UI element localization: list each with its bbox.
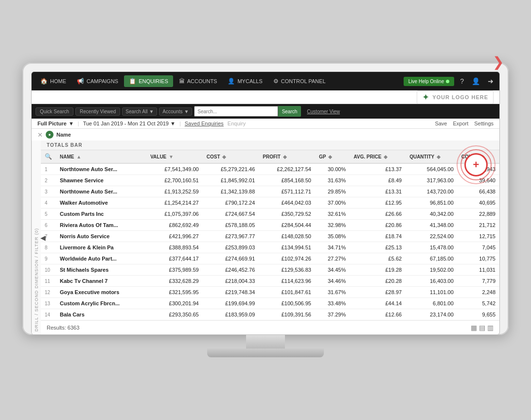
col-cost[interactable]: COST ◆ xyxy=(203,150,259,163)
quick-search-button[interactable]: Quick Search xyxy=(35,107,73,116)
col-name[interactable]: NAME ▲ xyxy=(56,150,146,163)
recently-viewed-button[interactable]: Recently Viewed xyxy=(75,107,120,116)
enquiry-link[interactable]: Enquiry xyxy=(228,121,246,126)
search-all-dropdown[interactable]: Search All ▼ xyxy=(122,107,157,116)
table-row[interactable]: 5 Custom Parts Inc £1,075,397.06 £724,66… xyxy=(41,209,499,220)
row-name: Northtowne Auto Ser... xyxy=(56,186,146,197)
help-icon[interactable]: ? xyxy=(458,75,466,87)
row-gp: 29.85% xyxy=(315,186,350,197)
saved-enquiries-link[interactable]: Saved Enquiries xyxy=(185,121,224,126)
nav-accounts[interactable]: 🏛 ACCOUNTS xyxy=(174,75,222,87)
nav-mycalls[interactable]: 👤 MYCALLS xyxy=(223,75,267,87)
row-cost: £219,748.34 xyxy=(203,287,259,298)
row-name: Kabc Tv Channel 7 xyxy=(56,276,146,287)
col-gp[interactable]: GP ◆ xyxy=(315,150,350,163)
monitor-stand xyxy=(22,335,509,357)
add-icon[interactable]: + xyxy=(464,153,488,176)
separator: | xyxy=(78,121,79,126)
table-row[interactable]: 12 Goya Executive motors £321,595.95 £21… xyxy=(41,287,499,298)
settings-action[interactable]: Settings xyxy=(474,121,494,126)
row-quantity: 11,101.00 xyxy=(406,287,458,298)
nav-control-panel[interactable]: ⚙ CONTROL PANEL xyxy=(268,75,331,87)
nav-control-panel-label: CONTROL PANEL xyxy=(281,78,326,84)
full-picture-button[interactable]: Full Picture ▼ xyxy=(37,121,74,126)
table-row[interactable]: 2 Shawnee Service £2,700,160.51 £1,845,9… xyxy=(41,175,499,186)
row-value: £1,913,252.59 xyxy=(146,186,203,197)
side-dimension-label[interactable]: DRILL / SECOND DIMENSION / FILTER (0) xyxy=(32,140,41,334)
export-action[interactable]: Export xyxy=(453,121,468,126)
grid-view-icon[interactable]: ▦ xyxy=(471,324,477,332)
row-avg-price: £8.49 xyxy=(350,175,406,186)
row-quantity: 22,524.00 xyxy=(406,231,458,242)
accounts-dropdown[interactable]: Accounts ▼ xyxy=(159,107,192,116)
customer-view-link[interactable]: Customer View xyxy=(307,109,340,114)
user-icon[interactable]: 👤 xyxy=(470,75,482,87)
row-num: 13 xyxy=(41,298,56,309)
date-range-selector[interactable]: Tue 01 Jan 2019 - Mon 21 Oct 2019 ▼ xyxy=(83,121,176,126)
table-row[interactable]: 6 Riviera Autos Of Tam... £862,692.49 £5… xyxy=(41,220,499,231)
nav-home[interactable]: 🏠 HOME xyxy=(35,75,71,87)
table-row[interactable]: 11 Kabc Tv Channel 7 £332,628.29 £218,00… xyxy=(41,276,499,287)
live-help-button[interactable]: Live Help Online xyxy=(404,77,454,86)
row-num: 1 xyxy=(41,163,56,175)
search-submit-button[interactable]: Search xyxy=(278,106,301,117)
nav-enquiries[interactable]: 📋 ENQUIRIES xyxy=(124,75,173,87)
logout-icon[interactable]: ➜ xyxy=(486,75,496,87)
list-view-icon[interactable]: ▤ xyxy=(479,324,485,332)
row-profit: £114,623.96 xyxy=(259,276,315,287)
row-name: Walker Automotive xyxy=(56,197,146,209)
row-gp: 34.46% xyxy=(315,276,350,287)
row-num: 4 xyxy=(41,197,56,209)
table-row[interactable]: 14 Bala Cars £293,350.65 £183,959.09 £10… xyxy=(41,309,499,320)
row-avg-price: £13.31 xyxy=(350,186,406,197)
nav-mycalls-label: MYCALLS xyxy=(237,78,262,84)
table-row[interactable]: 13 Custom Acrylic Fbrcn... £300,201.94 £… xyxy=(41,298,499,309)
table-row[interactable]: 10 St Michaels Spares £375,989.59 £246,4… xyxy=(41,264,499,276)
row-cost: £5,279,221.46 xyxy=(203,163,259,175)
col-search[interactable]: 🔍 xyxy=(41,150,56,163)
table-row[interactable]: 3 Northtowne Auto Ser... £1,913,252.59 £… xyxy=(41,186,499,197)
logo-star-icon: ✦ xyxy=(422,92,429,103)
row-avg-price: £18.74 xyxy=(350,231,406,242)
row-value: £2,700,160.51 xyxy=(146,175,203,186)
col-value[interactable]: VALUE ▼ xyxy=(146,150,203,163)
table-area: TOTALS BAR + 🔍 NAME ▲ VALUE ▼ xyxy=(41,140,499,334)
row-gp: 37.00% xyxy=(315,197,350,209)
nav-campaigns[interactable]: 📢 CAMPAIGNS xyxy=(72,75,123,87)
row-quantity: 16,403.00 xyxy=(406,276,458,287)
row-gp: 27.27% xyxy=(315,253,350,264)
navbar: 🏠 HOME 📢 CAMPAIGNS 📋 ENQUIRIES 🏛 ACCOUNT… xyxy=(32,72,499,90)
mycalls-icon: 👤 xyxy=(228,78,235,85)
col-profit[interactable]: PROFIT ◆ xyxy=(259,150,315,163)
row-count: 5,742 xyxy=(458,298,499,309)
row-gp: 34.45% xyxy=(315,264,350,276)
table-row[interactable]: 8 Livermore & Klein Pa £388,893.54 £253,… xyxy=(41,242,499,253)
compact-view-icon[interactable]: ▥ xyxy=(487,324,494,332)
nav-home-label: HOME xyxy=(50,78,66,84)
search-input[interactable] xyxy=(194,106,278,117)
table-row[interactable]: 9 Worldwide Auto Part... £377,644.17 £27… xyxy=(41,253,499,264)
search-all-label: Search All xyxy=(125,109,147,114)
row-value: £321,595.95 xyxy=(146,287,203,298)
row-profit: £102,974.26 xyxy=(259,253,315,264)
table-row[interactable]: 7 Norris Auto Service £421,996.27 £273,9… xyxy=(41,231,499,242)
row-num: 12 xyxy=(41,287,56,298)
row-value: £421,996.27 xyxy=(146,231,203,242)
col-avg-price[interactable]: AVG. PRICE ◆ xyxy=(350,150,406,163)
row-quantity: 143,720.00 xyxy=(406,186,458,197)
row-cost: £790,172.24 xyxy=(203,197,259,209)
row-profit: £284,504.44 xyxy=(259,220,315,231)
side-expand-arrow[interactable]: ◀ xyxy=(40,234,46,242)
row-count: 66,438 xyxy=(458,186,499,197)
table-row[interactable]: 4 Walker Automotive £1,254,214.27 £790,1… xyxy=(41,197,499,209)
filter-row: ✕ ● Name xyxy=(32,129,499,140)
col-quantity[interactable]: QUANTITY ◆ xyxy=(406,150,458,163)
row-quantity: 23,174.00 xyxy=(406,309,458,320)
add-circle-button[interactable]: + xyxy=(457,145,496,184)
row-gp: 35.08% xyxy=(315,231,350,242)
save-action[interactable]: Save xyxy=(435,121,447,126)
row-value: £293,350.65 xyxy=(146,309,203,320)
table-row[interactable]: 1 Northtowne Auto Ser... £7,541,349.00 £… xyxy=(41,163,499,175)
row-num: 6 xyxy=(41,220,56,231)
filter-remove-icon[interactable]: ✕ xyxy=(37,131,43,139)
